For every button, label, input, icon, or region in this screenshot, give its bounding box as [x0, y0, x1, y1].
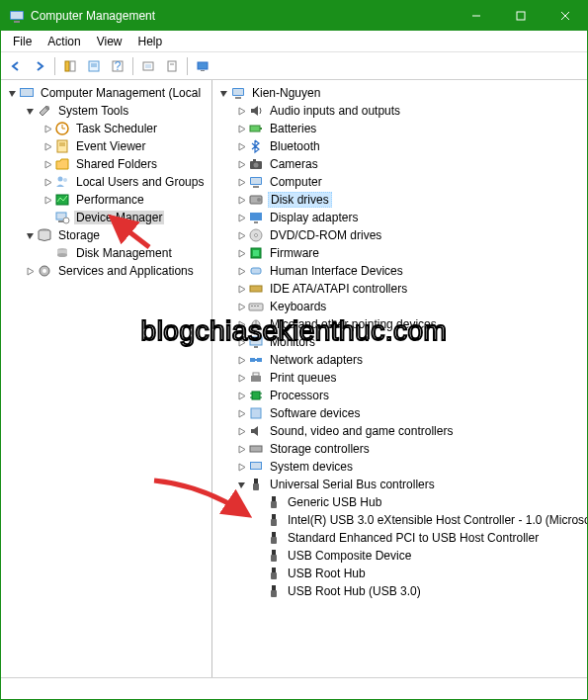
chevron-right-icon[interactable] — [234, 282, 248, 296]
chevron-right-icon[interactable] — [41, 175, 54, 189]
chevron-right-icon[interactable] — [234, 406, 248, 420]
tree-item[interactable]: Task Scheduler — [1, 120, 211, 137]
tree-item[interactable]: Processors — [212, 387, 587, 404]
tree-item[interactable]: Keyboards — [212, 298, 587, 315]
properties-button[interactable] — [83, 55, 105, 77]
tree-item[interactable]: Intel(R) USB 3.0 eXtensible Host Control… — [212, 511, 587, 529]
tree-item[interactable]: Disk Management — [1, 244, 211, 262]
chevron-right-icon[interactable] — [234, 175, 248, 189]
tree-item[interactable]: Generic USB Hub — [212, 493, 587, 511]
tree-item[interactable]: Monitors — [212, 333, 587, 351]
chevron-right-icon[interactable] — [23, 264, 37, 278]
chevron-right-icon[interactable] — [234, 139, 248, 153]
svg-rect-92 — [272, 550, 276, 555]
svg-rect-62 — [249, 304, 263, 310]
tree-item[interactable]: System Tools — [1, 102, 211, 120]
tree-item[interactable]: Computer Management (Local — [1, 84, 211, 102]
titlebar[interactable]: Computer Management — [1, 1, 587, 31]
chevron-right-icon[interactable] — [234, 460, 248, 474]
minimize-button[interactable] — [454, 1, 498, 31]
chevron-right-icon[interactable] — [234, 335, 248, 349]
scan-hardware-button[interactable] — [137, 55, 159, 77]
tree-item[interactable]: Device Manager — [1, 209, 211, 226]
tree-item[interactable]: USB Root Hub — [212, 565, 587, 582]
chevron-right-icon[interactable] — [234, 122, 248, 135]
tree-item[interactable]: Standard Enhanced PCI to USB Host Contro… — [212, 529, 587, 547]
tree-item[interactable]: DVD/CD-ROM drives — [212, 226, 587, 244]
tree-item[interactable]: Batteries — [212, 120, 587, 137]
tree-item[interactable]: USB Root Hub (USB 3.0) — [212, 582, 587, 600]
svg-rect-44 — [250, 126, 260, 131]
chevron-right-icon[interactable] — [234, 157, 248, 171]
tree-item[interactable]: Computer — [212, 173, 587, 191]
tree-item[interactable]: Human Interface Devices — [212, 262, 587, 280]
tree-item[interactable]: Network adapters — [212, 351, 587, 369]
chevron-right-icon[interactable] — [234, 300, 248, 313]
tree-item[interactable]: Storage — [1, 226, 211, 244]
chevron-right-icon[interactable] — [234, 193, 248, 207]
close-button[interactable] — [543, 1, 587, 31]
chevron-right-icon[interactable] — [234, 389, 248, 402]
chevron-right-icon[interactable] — [234, 353, 248, 367]
diskmgmt-icon — [54, 245, 70, 261]
usb-icon — [266, 512, 282, 528]
menu-file[interactable]: File — [5, 33, 40, 50]
chevron-right-icon[interactable] — [234, 104, 248, 118]
tree-item[interactable]: Firmware — [212, 244, 587, 262]
tree-item[interactable]: System devices — [212, 458, 587, 476]
tree-item[interactable]: Mice and other pointing devices — [212, 315, 587, 333]
maximize-button[interactable] — [498, 1, 543, 31]
chevron-right-icon[interactable] — [234, 211, 248, 224]
show-hide-tree-button[interactable] — [59, 55, 81, 77]
tree-item[interactable]: Universal Serial Bus controllers — [212, 476, 587, 493]
update-driver-button[interactable] — [161, 55, 183, 77]
tree-item[interactable]: Kien-Nguyen — [212, 84, 587, 102]
keyboard-icon — [248, 299, 264, 314]
tree-item[interactable]: Display adapters — [212, 209, 587, 226]
bt-icon — [248, 138, 264, 154]
chevron-down-icon[interactable] — [23, 228, 37, 242]
tree-item[interactable]: Shared Folders — [1, 155, 211, 173]
tree-item[interactable]: Event Viewer — [1, 137, 211, 155]
menu-help[interactable]: Help — [130, 33, 171, 50]
tree-item[interactable]: Cameras — [212, 155, 587, 173]
chevron-right-icon[interactable] — [41, 157, 54, 171]
tree-item[interactable]: Disk drives — [212, 191, 587, 209]
usb-icon — [248, 477, 264, 492]
chevron-right-icon[interactable] — [234, 424, 248, 438]
chevron-down-icon[interactable] — [216, 86, 230, 100]
chevron-right-icon[interactable] — [41, 139, 54, 153]
tree-item[interactable]: Sound, video and game controllers — [212, 422, 587, 440]
chevron-right-icon[interactable] — [234, 317, 248, 331]
tree-item[interactable]: USB Composite Device — [212, 547, 587, 565]
chevron-none — [41, 211, 54, 224]
left-tree-pane[interactable]: Computer Management (LocalSystem ToolsTa… — [1, 80, 212, 677]
forward-button[interactable] — [29, 55, 50, 77]
tree-item[interactable]: Local Users and Groups — [1, 173, 211, 191]
tree-item[interactable]: Audio inputs and outputs — [212, 102, 587, 120]
chevron-down-icon[interactable] — [5, 86, 19, 100]
chevron-right-icon[interactable] — [41, 193, 54, 207]
tree-item-label: Network adapters — [268, 353, 365, 367]
tree-item[interactable]: Software devices — [212, 404, 587, 422]
chevron-right-icon[interactable] — [41, 122, 54, 135]
menu-action[interactable]: Action — [40, 33, 88, 50]
menu-view[interactable]: View — [89, 33, 130, 50]
tree-item[interactable]: Performance — [1, 191, 211, 209]
tree-item[interactable]: Print queues — [212, 369, 587, 387]
chevron-right-icon[interactable] — [234, 442, 248, 456]
back-button[interactable] — [5, 55, 27, 77]
tree-item[interactable]: Services and Applications — [1, 262, 211, 280]
help-button[interactable]: ? — [107, 55, 128, 77]
chevron-right-icon[interactable] — [234, 371, 248, 385]
tree-item[interactable]: Storage controllers — [212, 440, 587, 458]
right-tree-pane[interactable]: Kien-NguyenAudio inputs and outputsBatte… — [212, 80, 587, 677]
monitor-button[interactable] — [192, 55, 213, 77]
tree-item[interactable]: IDE ATA/ATAPI controllers — [212, 280, 587, 298]
chevron-down-icon[interactable] — [23, 104, 37, 118]
chevron-right-icon[interactable] — [234, 246, 248, 260]
tree-item[interactable]: Bluetooth — [212, 137, 587, 155]
chevron-right-icon[interactable] — [234, 264, 248, 278]
chevron-right-icon[interactable] — [234, 228, 248, 242]
chevron-down-icon[interactable] — [234, 478, 248, 491]
